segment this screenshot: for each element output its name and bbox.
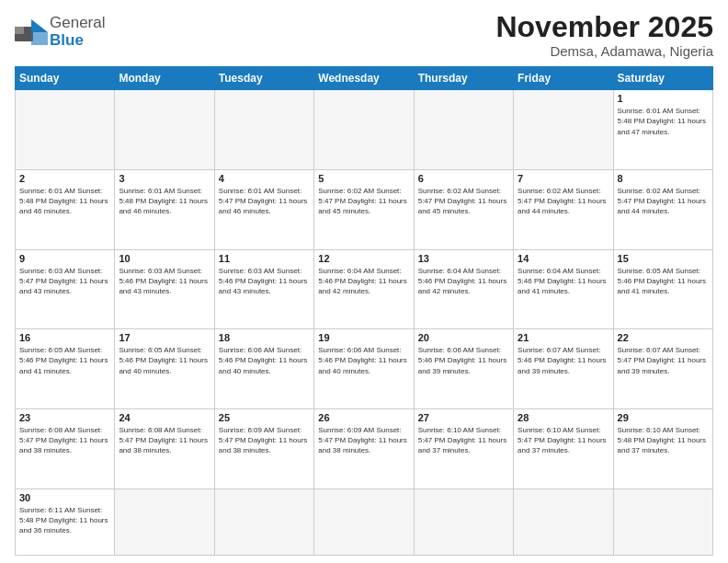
day-info: Sunrise: 6:06 AM Sunset: 5:46 PM Dayligh…	[418, 345, 509, 376]
day-info: Sunrise: 6:10 AM Sunset: 5:48 PM Dayligh…	[618, 425, 709, 456]
table-row: 17Sunrise: 6:05 AM Sunset: 5:46 PM Dayli…	[115, 329, 214, 409]
logo: General Blue	[15, 15, 105, 49]
day-info: Sunrise: 6:04 AM Sunset: 5:46 PM Dayligh…	[318, 266, 409, 297]
day-info: Sunrise: 6:03 AM Sunset: 5:47 PM Dayligh…	[19, 266, 110, 297]
table-row: 18Sunrise: 6:06 AM Sunset: 5:46 PM Dayli…	[214, 329, 313, 409]
table-row	[613, 488, 712, 555]
day-info: Sunrise: 6:10 AM Sunset: 5:47 PM Dayligh…	[418, 425, 509, 456]
day-info: Sunrise: 6:02 AM Sunset: 5:47 PM Dayligh…	[518, 186, 609, 217]
day-info: Sunrise: 6:01 AM Sunset: 5:47 PM Dayligh…	[219, 186, 310, 217]
day-number: 20	[418, 332, 509, 343]
day-number: 3	[119, 173, 210, 184]
day-info: Sunrise: 6:08 AM Sunset: 5:47 PM Dayligh…	[19, 425, 110, 456]
table-row	[314, 90, 414, 170]
logo-icon	[15, 19, 48, 45]
day-info: Sunrise: 6:05 AM Sunset: 5:46 PM Dayligh…	[618, 266, 709, 297]
table-row	[16, 90, 115, 170]
day-info: Sunrise: 6:06 AM Sunset: 5:46 PM Dayligh…	[219, 345, 310, 376]
day-number: 11	[219, 253, 310, 264]
day-number: 12	[318, 253, 409, 264]
table-row	[514, 488, 613, 555]
day-info: Sunrise: 6:05 AM Sunset: 5:46 PM Dayligh…	[19, 345, 110, 376]
day-number: 21	[518, 332, 609, 343]
calendar-header-row: Sunday Monday Tuesday Wednesday Thursday…	[16, 67, 713, 90]
table-row: 1Sunrise: 6:01 AM Sunset: 5:48 PM Daylig…	[613, 90, 712, 170]
day-info: Sunrise: 6:10 AM Sunset: 5:47 PM Dayligh…	[518, 425, 609, 456]
table-row: 25Sunrise: 6:09 AM Sunset: 5:47 PM Dayli…	[214, 409, 313, 489]
day-info: Sunrise: 6:09 AM Sunset: 5:47 PM Dayligh…	[318, 425, 409, 456]
day-number: 2	[19, 173, 110, 184]
page: General Blue November 2025 Demsa, Adamaw…	[0, 0, 728, 563]
day-info: Sunrise: 6:02 AM Sunset: 5:47 PM Dayligh…	[418, 186, 509, 217]
day-number: 27	[418, 412, 509, 423]
day-info: Sunrise: 6:03 AM Sunset: 5:46 PM Dayligh…	[119, 266, 210, 297]
table-row: 4Sunrise: 6:01 AM Sunset: 5:47 PM Daylig…	[214, 169, 313, 249]
table-row: 12Sunrise: 6:04 AM Sunset: 5:46 PM Dayli…	[314, 249, 414, 329]
day-info: Sunrise: 6:09 AM Sunset: 5:47 PM Dayligh…	[219, 425, 310, 456]
table-row: 9Sunrise: 6:03 AM Sunset: 5:47 PM Daylig…	[16, 249, 115, 329]
day-number: 23	[19, 412, 110, 423]
table-row: 10Sunrise: 6:03 AM Sunset: 5:46 PM Dayli…	[115, 249, 214, 329]
table-row: 15Sunrise: 6:05 AM Sunset: 5:46 PM Dayli…	[613, 249, 712, 329]
day-info: Sunrise: 6:04 AM Sunset: 5:46 PM Dayligh…	[418, 266, 509, 297]
table-row: 20Sunrise: 6:06 AM Sunset: 5:46 PM Dayli…	[414, 329, 513, 409]
svg-rect-1	[15, 27, 24, 34]
table-row: 3Sunrise: 6:01 AM Sunset: 5:48 PM Daylig…	[115, 169, 214, 249]
day-info: Sunrise: 6:11 AM Sunset: 5:48 PM Dayligh…	[19, 505, 110, 536]
day-info: Sunrise: 6:01 AM Sunset: 5:48 PM Dayligh…	[618, 106, 709, 137]
table-row: 5Sunrise: 6:02 AM Sunset: 5:47 PM Daylig…	[314, 169, 414, 249]
day-number: 22	[618, 332, 709, 343]
table-row: 26Sunrise: 6:09 AM Sunset: 5:47 PM Dayli…	[314, 409, 414, 489]
table-row: 11Sunrise: 6:03 AM Sunset: 5:46 PM Dayli…	[214, 249, 313, 329]
table-row	[115, 90, 214, 170]
logo-text: General Blue	[50, 15, 105, 49]
svg-marker-3	[31, 32, 48, 45]
day-info: Sunrise: 6:01 AM Sunset: 5:48 PM Dayligh…	[119, 186, 210, 217]
day-number: 14	[518, 253, 609, 264]
day-number: 13	[418, 253, 509, 264]
day-info: Sunrise: 6:05 AM Sunset: 5:46 PM Dayligh…	[119, 345, 210, 376]
table-row: 30Sunrise: 6:11 AM Sunset: 5:48 PM Dayli…	[16, 488, 115, 555]
day-number: 16	[19, 332, 110, 343]
table-row	[314, 488, 414, 555]
day-number: 1	[618, 93, 709, 104]
table-row	[514, 90, 613, 170]
day-info: Sunrise: 6:07 AM Sunset: 5:47 PM Dayligh…	[618, 345, 709, 376]
day-number: 9	[19, 253, 110, 264]
table-row: 14Sunrise: 6:04 AM Sunset: 5:46 PM Dayli…	[514, 249, 613, 329]
col-saturday: Saturday	[613, 67, 712, 90]
svg-marker-2	[31, 19, 48, 32]
table-row: 16Sunrise: 6:05 AM Sunset: 5:46 PM Dayli…	[16, 329, 115, 409]
col-sunday: Sunday	[16, 67, 115, 90]
header: General Blue November 2025 Demsa, Adamaw…	[15, 11, 713, 59]
day-number: 17	[119, 332, 210, 343]
table-row: 2Sunrise: 6:01 AM Sunset: 5:48 PM Daylig…	[16, 169, 115, 249]
day-number: 28	[518, 412, 609, 423]
table-row	[214, 488, 313, 555]
day-number: 8	[618, 173, 709, 184]
day-info: Sunrise: 6:03 AM Sunset: 5:46 PM Dayligh…	[219, 266, 310, 297]
table-row: 7Sunrise: 6:02 AM Sunset: 5:47 PM Daylig…	[514, 169, 613, 249]
day-info: Sunrise: 6:08 AM Sunset: 5:47 PM Dayligh…	[119, 425, 210, 456]
day-number: 7	[518, 173, 609, 184]
day-info: Sunrise: 6:04 AM Sunset: 5:46 PM Dayligh…	[518, 266, 609, 297]
day-number: 25	[219, 412, 310, 423]
table-row: 8Sunrise: 6:02 AM Sunset: 5:47 PM Daylig…	[613, 169, 712, 249]
table-row: 21Sunrise: 6:07 AM Sunset: 5:46 PM Dayli…	[514, 329, 613, 409]
day-info: Sunrise: 6:07 AM Sunset: 5:46 PM Dayligh…	[518, 345, 609, 376]
calendar-table: Sunday Monday Tuesday Wednesday Thursday…	[15, 66, 713, 556]
day-number: 24	[119, 412, 210, 423]
day-number: 4	[219, 173, 310, 184]
day-number: 18	[219, 332, 310, 343]
day-number: 10	[119, 253, 210, 264]
day-info: Sunrise: 6:01 AM Sunset: 5:48 PM Dayligh…	[19, 186, 110, 217]
location: Demsa, Adamawa, Nigeria	[495, 43, 713, 59]
table-row: 27Sunrise: 6:10 AM Sunset: 5:47 PM Dayli…	[414, 409, 513, 489]
day-number: 29	[618, 412, 709, 423]
day-number: 26	[318, 412, 409, 423]
table-row: 23Sunrise: 6:08 AM Sunset: 5:47 PM Dayli…	[16, 409, 115, 489]
day-info: Sunrise: 6:06 AM Sunset: 5:46 PM Dayligh…	[318, 345, 409, 376]
day-number: 30	[19, 492, 110, 503]
col-wednesday: Wednesday	[314, 67, 414, 90]
table-row	[214, 90, 313, 170]
